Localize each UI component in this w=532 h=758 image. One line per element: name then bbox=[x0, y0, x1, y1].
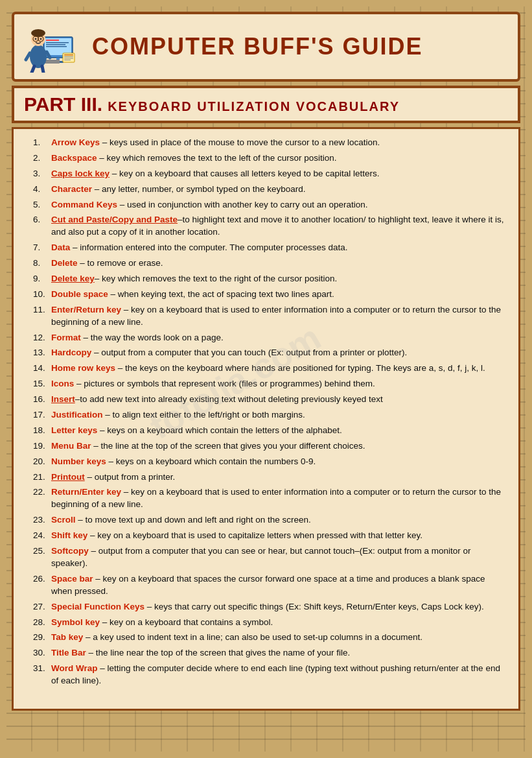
svg-point-12 bbox=[35, 38, 37, 40]
term: Title Bar bbox=[51, 648, 86, 657]
definition: – to remove or erase. bbox=[78, 258, 163, 268]
definition: – the line near the top of the screen th… bbox=[86, 648, 351, 657]
svg-rect-5 bbox=[46, 46, 67, 47]
list-item: Hardcopy – output from a computer that y… bbox=[33, 347, 505, 359]
list-item: Justification – to align text either to … bbox=[33, 409, 505, 421]
list-item: Shift key – key on a keyboard that is us… bbox=[33, 530, 505, 542]
definition: – letting the computer decide where to e… bbox=[51, 663, 500, 685]
term: Return/Enter key bbox=[51, 487, 121, 497]
svg-rect-24 bbox=[64, 58, 73, 59]
definition: – key on a keyboard that spaces the curs… bbox=[51, 574, 485, 596]
definition: – to move text up and down and left and … bbox=[76, 515, 311, 525]
definition: – key which removes the text to the righ… bbox=[95, 274, 337, 283]
definition: – key on a keyboard that causes all lett… bbox=[110, 169, 379, 178]
svg-rect-4 bbox=[46, 44, 65, 45]
list-item: Delete key– key which removes the text t… bbox=[33, 273, 505, 285]
term: Hardcopy bbox=[51, 348, 91, 357]
list-item: Softcopy – output from a computer that y… bbox=[33, 545, 505, 570]
list-item: Menu Bar – the line at the top of the sc… bbox=[33, 440, 505, 453]
part-number: PART III. bbox=[24, 93, 102, 115]
list-item: Command Keys – used in conjunction with … bbox=[33, 199, 505, 211]
svg-line-17 bbox=[42, 66, 43, 73]
definition: – keys on a keyboard which contain the l… bbox=[97, 425, 342, 435]
term: Delete bbox=[51, 258, 78, 268]
definition: – key which removes the text to the left… bbox=[97, 153, 337, 163]
definition: – information entered into the computer.… bbox=[70, 243, 347, 252]
term: Scroll bbox=[51, 515, 76, 525]
term: Delete key bbox=[51, 274, 95, 283]
list-item: Enter/Return key – key on a keyboard tha… bbox=[33, 304, 505, 329]
term: Home row keys bbox=[51, 363, 115, 373]
list-item: Letter keys – keys on a keyboard which c… bbox=[33, 425, 505, 437]
list-item: Space bar – key on a keyboard that space… bbox=[33, 573, 505, 598]
list-item: Caps lock key – key on a keyboard that c… bbox=[33, 168, 505, 180]
content-box: fotolia.com Arrow Keys – keys used in pl… bbox=[12, 127, 520, 711]
list-item: Tab key – a key used to indent text in a… bbox=[33, 632, 505, 644]
definition: – keys on a keyboard which contain the n… bbox=[106, 456, 316, 466]
term: Menu Bar bbox=[51, 441, 91, 451]
list-item: Double space – when keying text, the act… bbox=[33, 289, 505, 301]
list-item: Scroll – to move text up and down and le… bbox=[33, 514, 505, 527]
term: Justification bbox=[51, 410, 103, 420]
part-subtitle: KEYBOARD UTILIZATION VOCABULARY bbox=[108, 99, 400, 114]
term: Caps lock key bbox=[51, 169, 110, 178]
definition: – keys that carry out specific things (E… bbox=[145, 602, 484, 611]
list-item: Symbol key – key on a keyboard that cont… bbox=[33, 617, 505, 629]
term: Word Wrap bbox=[51, 663, 98, 673]
svg-line-16 bbox=[32, 66, 34, 73]
definition: – any letter, number, or symbol typed on… bbox=[92, 184, 305, 194]
svg-point-9 bbox=[30, 45, 47, 68]
list-item: Format – the way the words look on a pag… bbox=[33, 332, 505, 344]
term: Softcopy bbox=[51, 546, 89, 556]
term: Arrow Keys bbox=[51, 137, 100, 147]
term: Space bar bbox=[51, 574, 93, 584]
term: Enter/Return key bbox=[51, 305, 121, 314]
definition: – pictures or symbols that represent wor… bbox=[74, 379, 375, 388]
part-header: PART III. KEYBOARD UTILIZATION VOCABULAR… bbox=[12, 86, 520, 123]
svg-line-14 bbox=[26, 53, 30, 60]
term: Command Keys bbox=[51, 200, 117, 209]
term: Character bbox=[51, 184, 92, 194]
svg-point-13 bbox=[40, 38, 42, 40]
term: Insert bbox=[51, 394, 75, 404]
term: Special Function Keys bbox=[51, 602, 145, 611]
computer-figure-icon bbox=[24, 21, 82, 73]
term: Symbol key bbox=[51, 617, 100, 627]
list-item: Return/Enter key – key on a keyboard tha… bbox=[33, 486, 505, 511]
header-box: COMPUTER BUFF'S GUIDE bbox=[12, 12, 520, 82]
definition: – the keys on the keyboard where hands a… bbox=[115, 363, 485, 373]
page-wrapper: COMPUTER BUFF'S GUIDE PART III. KEYBOARD… bbox=[6, 6, 526, 752]
term: Number keys bbox=[51, 456, 106, 466]
list-item: Home row keys – the keys on the keyboard… bbox=[33, 362, 505, 375]
definition: – keys used in place of the mouse to mov… bbox=[100, 137, 380, 147]
list-item: Data – information entered into the comp… bbox=[33, 242, 505, 254]
term: Shift key bbox=[51, 530, 87, 540]
list-item: Delete – to remove or erase. bbox=[33, 257, 505, 270]
definition: – key on a keyboard that contains a symb… bbox=[100, 617, 273, 627]
list-item: Character – any letter, number, or symbo… bbox=[33, 184, 505, 196]
term: Double space bbox=[51, 289, 108, 299]
definition: – the line at the top of the screen that… bbox=[91, 441, 365, 451]
list-item: Cut and Paste/Copy and Paste–to highligh… bbox=[33, 214, 505, 239]
list-item: Title Bar – the line near the top of the… bbox=[33, 647, 505, 659]
svg-rect-2 bbox=[46, 40, 59, 41]
list-item: Backspace – key which removes the text t… bbox=[33, 152, 505, 165]
definition: – used in conjunction with another key t… bbox=[117, 200, 367, 209]
header-title: COMPUTER BUFF'S GUIDE bbox=[92, 33, 423, 60]
list-item: Word Wrap – letting the computer decide … bbox=[33, 663, 505, 687]
list-item: Icons – pictures or symbols that represe… bbox=[33, 378, 505, 390]
definition: – a key used to indent text in a line; c… bbox=[83, 632, 422, 642]
definition: – the way the words look on a page. bbox=[81, 333, 224, 342]
svg-rect-25 bbox=[64, 60, 71, 60]
definition: –to add new text into already existing t… bbox=[75, 394, 383, 404]
list-item: Printout – output from a printer. bbox=[33, 471, 505, 484]
term: Backspace bbox=[51, 153, 97, 163]
definition: – when keying text, the act of spacing t… bbox=[108, 289, 334, 299]
definition: – output from a printer. bbox=[85, 472, 176, 482]
definition: – to align text either to the left/right… bbox=[103, 410, 305, 420]
svg-rect-3 bbox=[46, 42, 69, 43]
list-item: Number keys – keys on a keyboard which c… bbox=[33, 456, 505, 468]
term: Format bbox=[51, 333, 81, 342]
list-item: Special Function Keys – keys that carry … bbox=[33, 601, 505, 613]
term: Cut and Paste/Copy and Paste bbox=[51, 215, 178, 224]
